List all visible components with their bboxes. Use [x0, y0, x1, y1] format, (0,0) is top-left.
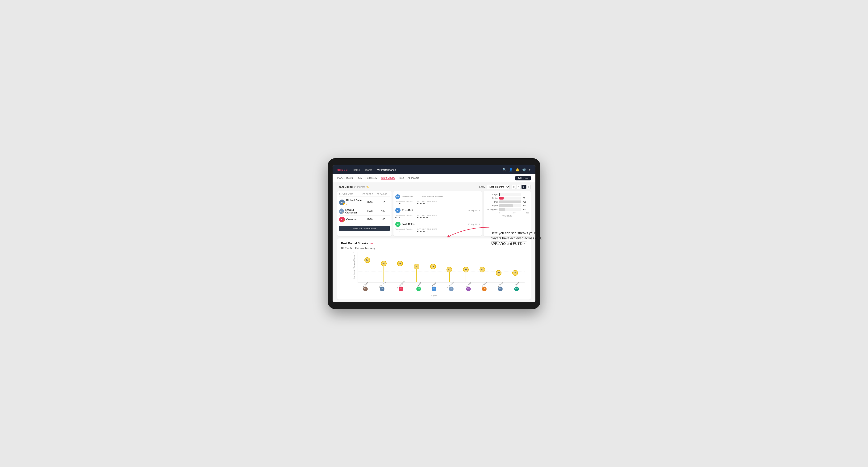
player-col-label: E. Crossman EC [446, 283, 456, 291]
streak-bubble: 5x [430, 264, 436, 269]
player-name: Josh Coles [402, 223, 414, 225]
pb-avg: 103 [377, 218, 390, 221]
subnav-tour[interactable]: Tour [399, 177, 404, 180]
practice-rounds: 2 [399, 230, 401, 232]
leaderboard-card: PLAYER NAME PB SCORE PB AVG SQ RB 1 R [337, 191, 392, 236]
pb-avg: 110 [377, 201, 390, 204]
bell-icon[interactable]: 🔔 [516, 168, 519, 172]
player-card-header: RB Total Rounds Total Practice Activitie… [395, 194, 480, 199]
bar-value: 311 [523, 205, 529, 207]
bar-label: Birdies [486, 197, 498, 199]
pb-score: 17/20 [363, 218, 377, 221]
nav-teams[interactable]: Teams [364, 168, 373, 171]
nav-icons: 🔍 👤 🔔 ⚙️ ● [502, 168, 531, 172]
player-name-label: R. Britt [431, 282, 437, 287]
arrow-pointer: ← [370, 241, 374, 246]
bar-fill [499, 208, 505, 211]
pb-score: 18/20 [363, 210, 377, 213]
arg-val: 0 [423, 203, 425, 205]
player-count: 14 Players [354, 186, 365, 188]
tournament-rounds: 8 [395, 216, 397, 219]
streak-bubble: 3x [496, 270, 501, 276]
x-axis: 0 200 400 [499, 212, 529, 214]
bar-row-bogeys: Bogeys 311 [486, 204, 529, 207]
subnav-pga[interactable]: PGA [356, 177, 362, 180]
grid-view-icon[interactable]: ⊞ [512, 185, 516, 189]
app-logo: clippd [337, 168, 348, 172]
x-axis-title: Total Shots [486, 215, 529, 217]
bubble-stem [515, 276, 516, 282]
table-row: RB 1 Richard Butler ♥ 19/20 110 [339, 198, 390, 207]
avatar: RB [395, 208, 401, 213]
nav-my-performance[interactable]: My Performance [376, 168, 397, 171]
bar-track [499, 204, 521, 207]
player-photo: RB [432, 286, 436, 291]
show-label: Show [479, 186, 485, 188]
settings-icon[interactable]: ⚙️ [522, 168, 526, 172]
edit-icon[interactable]: ✏️ [366, 186, 369, 188]
subnav-all-players[interactable]: All Players [408, 177, 420, 180]
subnav-hcaps[interactable]: Hcaps 1-5 [366, 177, 377, 180]
rank-badge: 3 [343, 220, 345, 222]
bar-track [499, 200, 521, 203]
player-col-label: R. Butler RB [497, 283, 504, 291]
period-select[interactable]: Last 3 months Last 6 months Last year [487, 185, 510, 189]
list-item: RB Rees Britt 02 Sep 2023 Tournament Pra… [395, 206, 480, 220]
player-col-label: M. Miller MM [481, 283, 488, 291]
annotation-text: Here you can see streaks your players ha… [491, 230, 545, 246]
streak-bubble: 3x [512, 270, 518, 276]
view-full-leaderboard-button[interactable]: View Full Leaderboard [339, 226, 390, 231]
practice-rounds: 4 [399, 216, 401, 219]
team-title: Team Clippd 14 Players ✏️ [337, 185, 369, 188]
bar-value: 131 [523, 208, 529, 211]
bar-label: Eagles [486, 193, 498, 195]
avatar: RB [395, 194, 400, 199]
nav-home[interactable]: Home [352, 168, 360, 171]
streaks-subtitle: Off The Tee, Fairway Accuracy [341, 247, 527, 250]
top-navigation: clippd Home Teams My Performance 🔍 👤 🔔 ⚙… [333, 165, 535, 174]
rank-badge: 1 [343, 203, 345, 205]
x-axis-0: 0 [499, 212, 509, 214]
add-team-button[interactable]: Add Team [516, 176, 531, 181]
bar-fill [499, 197, 503, 199]
streak-bubble: 6x [381, 261, 386, 266]
subnav-team-clippd[interactable]: Team Clippd [381, 176, 395, 180]
bubble-stem [400, 266, 400, 282]
y-tick-0: 0 [353, 277, 354, 280]
bar-label: Bogeys [486, 205, 498, 207]
streak-bubble: 5x [414, 264, 420, 269]
player-col-label: E. Ebert EE [362, 283, 369, 291]
col-player-name: PLAYER NAME [339, 193, 363, 195]
player-col-label: D. Billingham DB [396, 283, 406, 291]
avatar: JC [395, 222, 401, 227]
user-icon[interactable]: 👤 [509, 168, 513, 172]
subnav-pgat[interactable]: PGAT Players [337, 177, 353, 180]
pb-avg: 107 [377, 210, 390, 213]
pb-score: 19/20 [363, 201, 377, 204]
table-view-icon[interactable]: ⊟ [526, 185, 531, 189]
practice-rounds: 6 [399, 203, 401, 205]
bar-value: 3 [523, 193, 529, 195]
annotation-arrow [443, 223, 491, 242]
annotation-container: Here you can see streaks your players ha… [491, 230, 545, 246]
table-row: EC 2 Edward Crossman 18/20 107 [339, 207, 390, 216]
col-pb-score: PB SCORE [363, 193, 377, 195]
nav-links: Home Teams My Performance [352, 168, 498, 171]
app-val: 0 [420, 230, 422, 232]
bar-row-pars: Pars 499 [486, 200, 529, 203]
grid-line [358, 256, 525, 256]
team-controls: Show Last 3 months Last 6 months Last ye… [479, 185, 531, 189]
bubble-stem [367, 263, 367, 282]
list-view-icon[interactable]: ≡ [517, 185, 521, 189]
player-names-row: E. Ebert EE B. McHarg BM D. Billingham D… [358, 283, 525, 293]
player-col-label: B. McHarg BM [378, 283, 386, 291]
content-grid: PLAYER NAME PB SCORE PB AVG SQ RB 1 R [337, 191, 531, 236]
search-icon[interactable]: 🔍 [502, 168, 506, 172]
profile-icon[interactable]: ● [529, 168, 531, 172]
bar-row-birdies: Birdies 96 [486, 197, 529, 199]
arg-val: 0 [423, 230, 425, 232]
streaks-title: Best Round Streaks [341, 242, 368, 245]
card-view-icon[interactable]: ▣ [522, 185, 526, 189]
arg-val: 0 [423, 216, 425, 219]
player-name: Richard Butler [346, 199, 363, 201]
